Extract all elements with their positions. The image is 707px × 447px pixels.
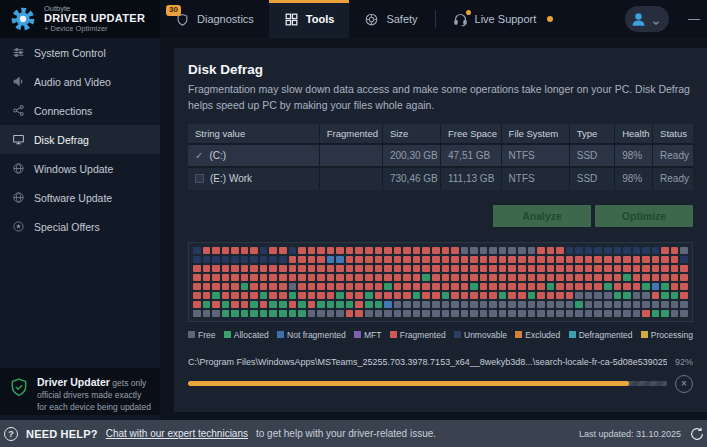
tab-live-support[interactable]: Live Support [438, 0, 569, 38]
defrag-cell [680, 247, 688, 254]
defrag-cell [594, 283, 602, 290]
sidebar-item-special-offers[interactable]: Special Offers [0, 212, 160, 241]
defrag-cell [403, 310, 411, 317]
defrag-cell [203, 256, 211, 263]
defrag-cell [518, 274, 526, 281]
defrag-cell [671, 247, 679, 254]
defrag-cell [394, 292, 402, 299]
tab-diagnostics[interactable]: 30Diagnostics [160, 0, 269, 38]
tab-label: Tools [306, 13, 335, 25]
defrag-cell [499, 247, 507, 254]
tab-tools[interactable]: Tools [269, 0, 350, 38]
defrag-cell [652, 247, 660, 254]
defrag-cell [336, 283, 344, 290]
legend-item-free: Free [188, 330, 215, 340]
chevron-down-icon [651, 14, 661, 24]
defrag-cell [604, 283, 612, 290]
defrag-cell [432, 310, 440, 317]
sidebar-item-software-update[interactable]: Software Update [0, 183, 160, 212]
sidebar-item-label: Disk Defrag [34, 134, 89, 146]
sidebar-item-audio-and-video[interactable]: Audio and Video [0, 67, 160, 96]
defrag-cell [241, 283, 249, 290]
defrag-cell [508, 256, 516, 263]
defrag-cell [279, 274, 287, 281]
defrag-cell [222, 310, 230, 317]
column-header-free-space[interactable]: Free Space [440, 124, 501, 144]
defrag-cell [652, 292, 660, 299]
defrag-cell [365, 256, 373, 263]
defrag-cell [327, 247, 335, 254]
sidebar-item-system-control[interactable]: System Control [0, 38, 160, 67]
column-header-status[interactable]: Status [653, 124, 693, 144]
defrag-cell [642, 301, 650, 308]
defrag-cell [680, 292, 688, 299]
defrag-cell [422, 247, 430, 254]
tab-safety[interactable]: Safety [349, 0, 432, 38]
defrag-cell [346, 274, 354, 281]
defrag-cell [585, 247, 593, 254]
defrag-cell [298, 310, 306, 317]
drive-row--e-work[interactable]: (E:) Work730,46 GB111,13 GBNTFSSSD98%Rea… [188, 167, 693, 190]
defrag-cell [556, 265, 564, 272]
defrag-cell [365, 292, 373, 299]
sidebar-item-connections[interactable]: Connections [0, 96, 160, 125]
defrag-cell [289, 274, 297, 281]
defrag-cell [279, 292, 287, 299]
defrag-cell [346, 283, 354, 290]
column-header-file-system[interactable]: File System [501, 124, 569, 144]
cancel-operation-button[interactable]: × [675, 375, 693, 393]
defrag-cell [470, 247, 478, 254]
optimize-button[interactable]: Optimize [595, 205, 693, 227]
help-footer: ? NEED HELP? Chat with our expert techni… [0, 420, 707, 447]
globe-icon [12, 191, 25, 204]
chat-support-link[interactable]: Chat with our expert technicians [106, 428, 248, 439]
defrag-cell [461, 256, 469, 263]
defrag-cell [231, 310, 239, 317]
cell-status: Ready [653, 167, 693, 190]
defrag-cell [222, 247, 230, 254]
defrag-cell [336, 265, 344, 272]
page-title: Disk Defrag [188, 62, 693, 77]
legend-swatch [390, 331, 397, 338]
unchecked-checkbox[interactable] [195, 174, 204, 183]
checked-checkbox[interactable]: ✓ [195, 150, 203, 161]
sidebar-item-disk-defrag[interactable]: Disk Defrag [0, 125, 160, 154]
defrag-cell [203, 292, 211, 299]
defrag-cell [403, 301, 411, 308]
defrag-cell [585, 256, 593, 263]
defrag-cell [260, 310, 268, 317]
column-header-size[interactable]: Size [382, 124, 440, 144]
defrag-cell [537, 283, 545, 290]
defrag-cell [336, 247, 344, 254]
defrag-cell [537, 274, 545, 281]
analyze-button[interactable]: Analyze [493, 205, 591, 227]
defrag-cell [556, 256, 564, 263]
legend-label: MFT [364, 330, 381, 340]
drive-row--c-[interactable]: ✓(C:)200,30 GB47,51 GBNTFSSSD98%Ready [188, 144, 693, 167]
sidebar-item-windows-update[interactable]: Windows Update [0, 154, 160, 183]
defrag-cell [623, 247, 631, 254]
defrag-cell [375, 265, 383, 272]
defrag-cell [375, 274, 383, 281]
defrag-cell [260, 247, 268, 254]
defrag-cell [680, 265, 688, 272]
column-header-health[interactable]: Health [615, 124, 653, 144]
column-header-type[interactable]: Type [569, 124, 614, 144]
defrag-cell [308, 310, 316, 317]
defrag-cell [422, 310, 430, 317]
column-header-string-value[interactable]: String value [188, 124, 319, 144]
defrag-cell [566, 256, 574, 263]
tools-icon [284, 12, 299, 27]
defrag-cell [231, 301, 239, 308]
minimize-button[interactable]: — [683, 12, 705, 26]
refresh-icon[interactable] [689, 426, 705, 442]
defrag-cell [470, 310, 478, 317]
defrag-cell [585, 310, 593, 317]
account-menu[interactable] [625, 6, 669, 32]
defrag-cell [508, 247, 516, 254]
defrag-cell [346, 292, 354, 299]
defrag-cell [470, 274, 478, 281]
defrag-cell [518, 292, 526, 299]
column-header-fragmented[interactable]: Fragmented [319, 124, 382, 144]
defrag-cell [470, 256, 478, 263]
